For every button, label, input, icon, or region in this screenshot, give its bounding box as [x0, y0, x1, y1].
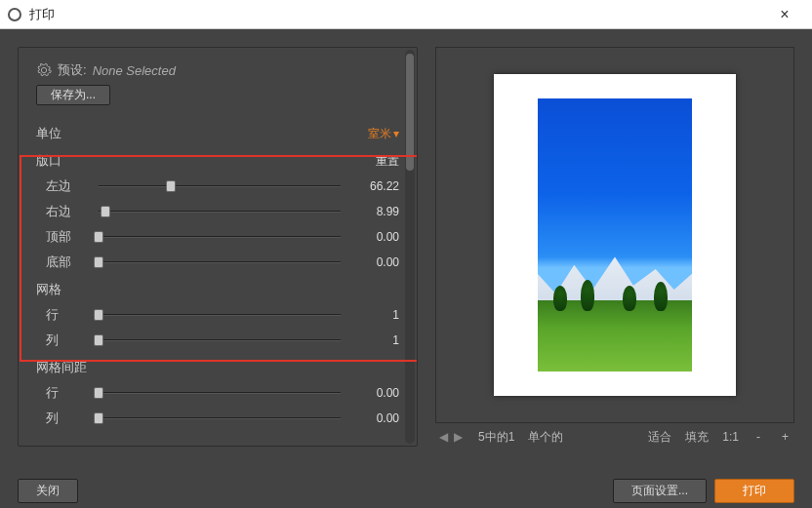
spacing-label: 网格间距 [36, 359, 87, 376]
dialog-body: 预设: None Selected 保存为... 单位 室米 ▾ 版口 重置 左 [0, 29, 812, 508]
slider-spacing-rows: 行 0.00 [36, 384, 399, 402]
slider-rows: 行 1 [36, 306, 399, 324]
spacing-cols-slider[interactable] [99, 411, 341, 425]
close-icon[interactable]: × [765, 6, 804, 23]
rows-value: 1 [350, 308, 399, 322]
rows-label: 行 [36, 306, 89, 324]
preview-scrollbar[interactable] [782, 50, 792, 420]
viewport-header: 版口 重置 [36, 152, 399, 170]
grid-header: 网格 [36, 281, 399, 298]
page-preview [494, 74, 736, 396]
print-button[interactable]: 打印 [714, 479, 794, 503]
scale-label[interactable]: 1:1 [722, 430, 739, 444]
right-slider[interactable] [99, 205, 341, 218]
photo-preview [538, 98, 692, 371]
bottom-slider[interactable] [99, 255, 341, 269]
close-button[interactable]: 关闭 [18, 479, 78, 503]
spacing-rows-slider[interactable] [99, 386, 341, 400]
spacing-rows-label: 行 [36, 384, 89, 402]
slider-bottom: 底部 0.00 [36, 254, 399, 271]
spacing-rows-value: 0.00 [350, 386, 399, 400]
left-label: 左边 [36, 177, 89, 195]
preset-label: 预设: [58, 61, 87, 79]
save-as-button[interactable]: 保存为... [36, 85, 110, 105]
fill-button[interactable]: 填充 [685, 429, 709, 446]
top-value: 0.00 [350, 230, 399, 244]
cols-value: 1 [350, 333, 399, 347]
spacing-cols-label: 列 [36, 410, 89, 427]
left-slider[interactable] [99, 179, 341, 193]
grid-label: 网格 [36, 281, 61, 298]
top-slider[interactable] [99, 230, 341, 244]
zoom-in-button[interactable]: + [778, 430, 792, 444]
slider-left: 左边 66.22 [36, 177, 399, 195]
unit-value: 室米 [368, 126, 391, 142]
chevron-down-icon: ▾ [393, 127, 399, 140]
top-label: 顶部 [36, 228, 89, 246]
app-icon [8, 8, 21, 21]
page-nav: ◀ ▶ [437, 430, 465, 444]
footer: 关闭 页面设置... 打印 [0, 473, 812, 508]
right-value: 8.99 [350, 205, 399, 218]
left-scrollbar[interactable] [405, 50, 415, 444]
unit-label: 单位 [36, 125, 61, 142]
titlebar[interactable]: 打印 × [0, 0, 812, 29]
zoom-out-button[interactable]: - [752, 430, 764, 444]
bottom-value: 0.00 [350, 255, 399, 269]
prev-page-icon[interactable]: ◀ [437, 430, 450, 444]
page-setup-button[interactable]: 页面设置... [613, 479, 707, 503]
cols-slider[interactable] [99, 333, 341, 347]
slider-right: 右边 8.99 [36, 203, 399, 220]
right-label: 右边 [36, 203, 89, 220]
viewport-label: 版口 [36, 152, 61, 170]
bottom-label: 底部 [36, 254, 89, 271]
left-value: 66.22 [350, 179, 399, 193]
fit-button[interactable]: 适合 [648, 429, 671, 446]
slider-spacing-cols: 列 0.00 [36, 410, 399, 427]
gear-icon[interactable] [36, 62, 52, 78]
preview-status: ◀ ▶ 5中的1 单个的 适合 填充 1:1 - + [435, 423, 794, 447]
preview-panel: ◀ ▶ 5中的1 单个的 适合 填充 1:1 - + [435, 47, 794, 447]
spacing-header: 网格间距 [36, 359, 399, 376]
reset-button[interactable]: 重置 [376, 153, 399, 170]
slider-cols: 列 1 [36, 332, 399, 349]
settings-panel: 预设: None Selected 保存为... 单位 室米 ▾ 版口 重置 左 [18, 47, 418, 447]
mode-label[interactable]: 单个的 [528, 429, 563, 446]
preset-value: None Selected [93, 63, 176, 78]
page-indicator: 5中的1 [478, 429, 514, 446]
next-page-icon[interactable]: ▶ [452, 430, 465, 444]
unit-dropdown[interactable]: 室米 ▾ [368, 126, 399, 142]
rows-slider[interactable] [99, 308, 341, 322]
window-title: 打印 [29, 6, 765, 23]
unit-row: 单位 室米 ▾ [36, 125, 399, 142]
slider-top: 顶部 0.00 [36, 228, 399, 246]
cols-label: 列 [36, 332, 89, 349]
preview-area [435, 47, 794, 423]
spacing-cols-value: 0.00 [350, 411, 399, 425]
